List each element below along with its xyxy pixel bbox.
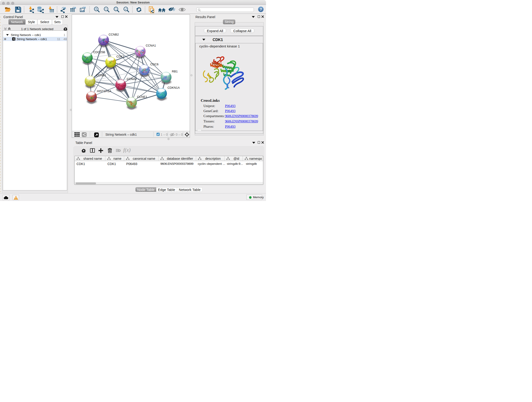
svg-text:RB1: RB1 (172, 70, 178, 73)
svg-text:?: ? (260, 7, 262, 12)
svg-text:CCNB1: CCNB1 (96, 74, 106, 77)
svg-text:CDKN1A: CDKN1A (167, 86, 180, 89)
svg-text:CDC25B: CDC25B (93, 51, 105, 54)
svg-text:HIST1H1A: HIST1H1A (97, 89, 111, 93)
svg-text:CCNE1: CCNE1 (137, 95, 147, 99)
svg-text:CDC6: CDC6 (150, 63, 158, 66)
svg-text:CDK1: CDK1 (116, 55, 124, 58)
svg-text:CCNA2: CCNA2 (127, 77, 137, 81)
svg-text:CCNB2: CCNB2 (109, 33, 119, 36)
svg-text:CCNA1: CCNA1 (146, 44, 156, 47)
